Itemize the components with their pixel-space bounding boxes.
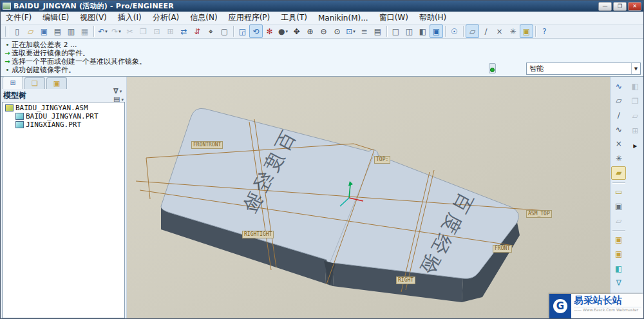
show-menu-button[interactable]: ∇▾ (113, 87, 124, 95)
chevron-down-icon[interactable]: ▾ (118, 29, 121, 34)
tree-item[interactable]: JINGXIANG.PRT (3, 121, 124, 129)
chevron-down-icon[interactable]: ▾ (353, 29, 355, 34)
close-button[interactable]: ✕ (628, 2, 641, 11)
menu-item-9[interactable]: Manikin(M)... (318, 14, 368, 23)
mirror-geometry-button[interactable]: ◧ (628, 79, 643, 93)
regenerate-button[interactable]: ⇄ (177, 24, 191, 38)
datum-label-front[interactable]: FRONT (493, 245, 512, 253)
sketched-curve-button[interactable]: ∿ (611, 79, 626, 93)
hidden-line-display-button[interactable]: ◫ (402, 24, 416, 38)
annotation-display-button[interactable]: ▣ (520, 24, 533, 38)
print-button[interactable]: ▤ (51, 24, 64, 38)
traffic-light-icon (489, 63, 496, 73)
saved-view-list-button[interactable]: ▣ (611, 199, 626, 213)
tab-folder-browser[interactable]: ❏ (24, 77, 45, 89)
menu-item-6[interactable]: 信息(N) (190, 12, 217, 23)
layer-transfer-button[interactable]: ▱ (611, 214, 626, 227)
toolbar-grip[interactable] (5, 26, 8, 37)
shaded-display-button[interactable]: ▣ (430, 24, 443, 38)
datum-axis-button[interactable]: ∕ (611, 108, 626, 122)
find-button[interactable]: ⌖ (204, 24, 218, 38)
menu-item-8[interactable]: 工具(T) (281, 12, 307, 23)
zoom-in-button[interactable]: ⊕ (303, 24, 317, 38)
print-preview-button[interactable]: ▥ (64, 24, 78, 38)
graphics-viewport[interactable]: 百度经验 百度经验 FRONTRONTTOP:ASM_TOPRIGHTIGHTF… (127, 77, 610, 319)
include-part-button[interactable]: ◧ (611, 262, 626, 275)
menu-item-5[interactable]: 分析(A) (153, 12, 180, 23)
datum-label-asmtop[interactable]: ASM_TOP (526, 210, 552, 218)
tree-item[interactable]: BAIDU_JINGYAN.PRT (3, 112, 124, 121)
assembly-icon (5, 104, 14, 111)
menu-item-10[interactable]: 窗口(W) (379, 12, 408, 23)
new-file-button[interactable]: ▯ (10, 24, 24, 38)
spin-center-button[interactable]: ✻ (263, 24, 276, 38)
menu-item-11[interactable]: 帮助(H) (419, 12, 446, 23)
no-hidden-display-button[interactable]: ◧ (416, 24, 430, 38)
minimize-button[interactable]: — (598, 2, 612, 11)
redo-button[interactable]: ↷▾ (109, 24, 123, 38)
datum-label-top[interactable]: TOP: (374, 156, 390, 164)
datum-plane-button[interactable]: ▱ (611, 93, 626, 107)
context-help-button[interactable]: ? (538, 24, 551, 38)
toolbar-separator (445, 26, 446, 37)
refit-button[interactable]: ⊙ (330, 24, 344, 38)
restore-button[interactable]: ❐ (613, 2, 627, 11)
view-manager-button[interactable]: ▤ (371, 24, 384, 38)
shade-button[interactable]: ●▾ (276, 24, 290, 38)
menu-item-1[interactable]: 文件(F) (6, 12, 32, 23)
wireframe-display-button[interactable]: □ (389, 24, 402, 38)
menu-item-3[interactable]: 视图(V) (80, 12, 107, 23)
pan-zoom-button[interactable]: ✥ (290, 24, 303, 38)
create-component-button[interactable]: ▣ (611, 247, 626, 261)
chevron-down-icon[interactable]: ▾ (105, 29, 108, 34)
orientation-mode-button[interactable]: ⟲ (249, 24, 263, 38)
menu-item-4[interactable]: 插入(I) (118, 12, 142, 23)
shrinkwrap-button[interactable]: ▱ (628, 109, 643, 123)
tab-favorites[interactable]: ▣ (46, 77, 67, 89)
selection-filter-dropdown[interactable]: 智能 ▼ (526, 63, 641, 75)
zoom-out-button[interactable]: ⊖ (317, 24, 330, 38)
layer-view-button[interactable]: ▭ (611, 185, 626, 198)
csys-display-button[interactable]: ✳ (506, 24, 520, 38)
prompt-arrow-icon: → (3, 58, 12, 65)
layers-button[interactable]: ≡ (357, 24, 371, 38)
funnel-button[interactable]: ∇ (611, 276, 626, 290)
tree-item-label: JINGXIANG.PRT (26, 121, 81, 129)
point-display-button[interactable]: × (493, 24, 506, 38)
cut-button[interactable]: ✂ (123, 24, 137, 38)
3d-orientation-button[interactable]: ☉ (448, 24, 461, 38)
undo-button[interactable]: ↶▾ (96, 24, 109, 38)
tree-item[interactable]: BAIDU_JINGYAN.ASM (3, 104, 124, 112)
menu-item-7[interactable]: 应用程序(P) (229, 12, 270, 23)
chevron-down-icon[interactable]: ▼ (631, 63, 640, 74)
save-file-button[interactable]: ▣ (37, 24, 51, 38)
axis-display-button[interactable]: ∕ (479, 24, 493, 38)
plot-button[interactable]: ▦ (78, 24, 91, 38)
chevron-down-icon[interactable]: ▾ (120, 89, 122, 94)
analysis-button[interactable]: ▰ (611, 166, 626, 180)
tab-model-tree[interactable]: ⊞ (3, 76, 23, 89)
title-bar[interactable]: BAIDU_JINGYAN (活动的) - Pro/ENGINEER —❐✕ (1, 1, 643, 12)
named-views-button[interactable]: ⊡▾ (344, 24, 357, 38)
copy-button[interactable]: ❐ (137, 24, 150, 38)
redraw-button[interactable]: ◲ (236, 24, 249, 38)
datum-csys-button[interactable]: ✳ (611, 151, 626, 165)
paste-button[interactable]: ⊡ (150, 24, 164, 38)
open-file-button[interactable]: ▱ (24, 24, 37, 38)
datum-label-right[interactable]: RIGHT (396, 276, 415, 284)
datum-curve-button[interactable]: ∿ (611, 122, 626, 136)
copy-geometry-button[interactable]: ❐ (628, 94, 643, 108)
paste-special-button[interactable]: ⊞ (164, 24, 177, 38)
datum-point-button[interactable]: × (611, 137, 626, 151)
select-box-button[interactable]: ▢ (218, 24, 231, 38)
pattern-button[interactable]: ⊞ (628, 124, 643, 138)
plane-display-button[interactable]: ▱ (466, 24, 479, 38)
datum-label-rightight[interactable]: RIGHTIGHT (242, 231, 274, 238)
regenerate-manual-button[interactable]: ⇵ (191, 24, 204, 38)
chevron-down-icon[interactable]: ▾ (285, 29, 288, 34)
menu-item-2[interactable]: 编辑(E) (43, 12, 69, 23)
prompt-arrow-icon: → (3, 50, 12, 57)
flyout-arrow[interactable]: ▸ (628, 139, 643, 153)
datum-label-frontront[interactable]: FRONTRONT (191, 141, 223, 149)
assemble-component-button[interactable]: ▣ (611, 233, 626, 246)
